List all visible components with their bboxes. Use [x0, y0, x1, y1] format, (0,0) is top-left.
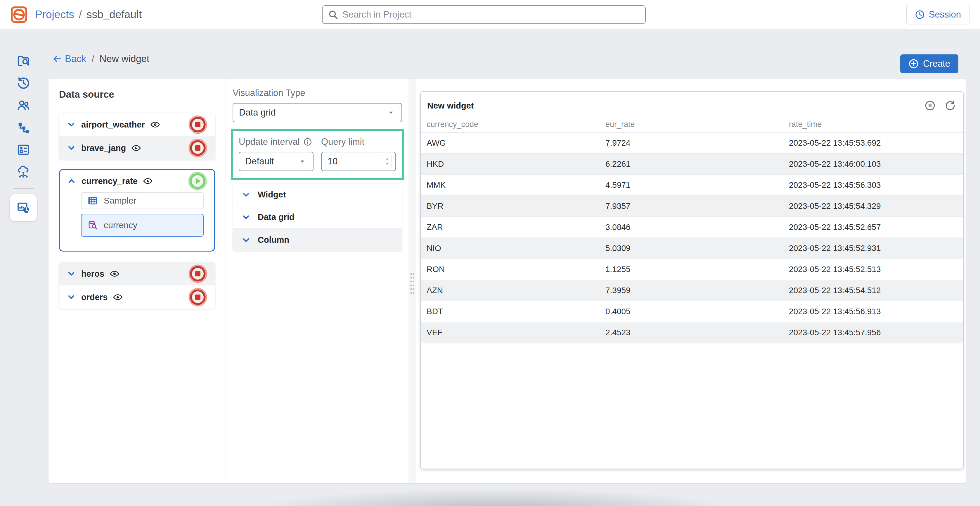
chevron-down-icon[interactable] [67, 120, 76, 129]
plus-circle-icon [908, 59, 919, 69]
stop-job-button[interactable] [188, 115, 207, 134]
panel-splitter[interactable] [409, 79, 416, 483]
table-cell: 0.4005 [605, 307, 789, 316]
refresh-icon[interactable] [944, 100, 955, 111]
eye-icon[interactable] [150, 120, 160, 129]
job-row-airport-weather[interactable]: airport_weather [59, 113, 215, 136]
users-icon[interactable] [10, 94, 37, 117]
app-header: Projects / ssb_default Session [0, 0, 980, 29]
query-limit-label: Query limit [321, 137, 396, 147]
table-cell: MMK [426, 180, 605, 190]
visualization-type-label: Visualization Type [232, 88, 402, 98]
table-cell: AZN [426, 286, 605, 295]
column-header-eur-rate: eur_rate [605, 120, 789, 129]
stop-icon [188, 264, 207, 283]
job-group-card: heros orders [59, 262, 215, 309]
update-interval-value: Default [245, 156, 274, 167]
app-logo-icon[interactable] [11, 6, 27, 23]
flow-icon[interactable] [10, 117, 37, 139]
data-source-panel: Data source airport_weather brave_jang c… [48, 79, 226, 483]
breadcrumb-projects-link[interactable]: Projects [35, 8, 74, 21]
subnav-separator: / [91, 53, 94, 64]
tables-icon[interactable] [10, 139, 37, 161]
breadcrumb: Projects / ssb_default [35, 8, 142, 21]
table-row: AZN7.39592023-05-22 13:45:54.512 [421, 280, 963, 301]
job-row-brave-jang[interactable]: brave_jang [59, 136, 215, 160]
rail-divider [13, 188, 34, 189]
update-interval-select[interactable]: Default [239, 152, 313, 171]
job-group-card: airport_weather brave_jang [59, 113, 215, 160]
table-row: MMK4.59712023-05-22 13:45:56.303 [421, 175, 963, 196]
page-subnav: Back / New widget [52, 53, 149, 64]
project-search [322, 5, 646, 24]
data-source-title: Data source [59, 89, 215, 100]
stop-icon [188, 287, 207, 307]
table-cell: 2023-05-22 13:45:52.657 [789, 223, 957, 232]
eye-icon[interactable] [110, 269, 119, 279]
job-row-currency-rate[interactable]: currency_rate [60, 170, 214, 192]
breadcrumb-current-project: ssb_default [86, 8, 142, 21]
table-cell: NIO [426, 244, 605, 253]
stepper-down-icon[interactable] [384, 162, 390, 166]
job-name: brave_jang [81, 143, 126, 153]
accordion-label: Data grid [258, 212, 294, 222]
job-card-currency-rate-selected: currency_rate Sampler currency [59, 169, 215, 252]
chevron-down-icon[interactable] [67, 269, 76, 278]
table-cell: 5.0309 [605, 244, 789, 253]
table-cell: 2023-05-22 13:45:52.931 [789, 244, 957, 253]
table-row: BDT0.40052023-05-22 13:45:56.913 [421, 301, 963, 322]
eye-icon[interactable] [131, 143, 141, 153]
job-row-orders[interactable]: orders [59, 286, 215, 309]
table-header-row: currency_code eur_rate rate_time [421, 117, 963, 133]
page-title: New widget [100, 53, 150, 64]
table-cell: 3.0846 [605, 223, 789, 232]
pause-circle-icon[interactable] [924, 100, 935, 111]
number-stepper[interactable] [382, 155, 392, 168]
stop-job-button[interactable] [188, 287, 207, 307]
query-limit-input[interactable] [328, 156, 363, 167]
stop-job-button[interactable] [188, 138, 207, 158]
database-search-icon [88, 220, 98, 230]
accordion-section-widget[interactable]: Widget [232, 184, 402, 206]
stop-job-button[interactable] [188, 264, 207, 283]
table-cell: 2023-05-22 13:46:00.103 [789, 160, 957, 169]
chevron-down-icon[interactable] [67, 143, 76, 153]
visualization-type-select[interactable]: Data grid [232, 103, 402, 122]
table-cell: BDT [426, 307, 605, 316]
job-child-sampler[interactable]: Sampler [81, 192, 204, 209]
table-cell: 2023-05-22 13:45:54.329 [789, 201, 957, 211]
accordion-label: Column [258, 235, 289, 245]
left-icon-rail [0, 29, 47, 506]
history-icon[interactable] [10, 72, 37, 94]
chevron-down-icon[interactable] [67, 292, 76, 302]
widget-preview-card: New widget currency_code eur_rate rate_t… [420, 91, 964, 469]
annotation-highlight: Update interval Default Query limit [231, 129, 404, 180]
stepper-up-icon[interactable] [384, 157, 390, 161]
explorer-icon[interactable] [10, 50, 37, 72]
accordion-section-data-grid[interactable]: Data grid [232, 206, 402, 229]
table-row: RON1.12552023-05-22 13:45:52.513 [421, 259, 963, 280]
run-job-button[interactable] [188, 171, 207, 191]
splitter-grip-icon[interactable] [410, 272, 415, 294]
eye-icon[interactable] [143, 176, 153, 186]
play-icon [188, 171, 207, 191]
session-button[interactable]: Session [906, 5, 969, 24]
monitoring-icon[interactable] [10, 194, 37, 221]
stop-icon [188, 115, 207, 134]
back-label: Back [65, 53, 86, 64]
search-input[interactable] [342, 10, 640, 20]
info-icon[interactable] [303, 137, 312, 146]
job-row-heros[interactable]: heros [59, 262, 215, 286]
back-link[interactable]: Back [52, 53, 86, 64]
job-child-label: currency [104, 220, 137, 230]
create-button[interactable]: Create [900, 54, 958, 73]
table-row: NIO5.03092023-05-22 13:45:52.931 [421, 238, 963, 259]
data-sources-icon[interactable] [10, 161, 37, 183]
accordion-section-column[interactable]: Column [232, 229, 402, 251]
caret-down-icon [386, 108, 396, 117]
eye-icon[interactable] [113, 292, 123, 302]
job-child-currency[interactable]: currency [81, 214, 204, 236]
table-cell: 2023-05-22 13:45:53.692 [789, 138, 957, 148]
session-button-label: Session [929, 10, 961, 20]
chevron-up-icon[interactable] [67, 176, 76, 186]
